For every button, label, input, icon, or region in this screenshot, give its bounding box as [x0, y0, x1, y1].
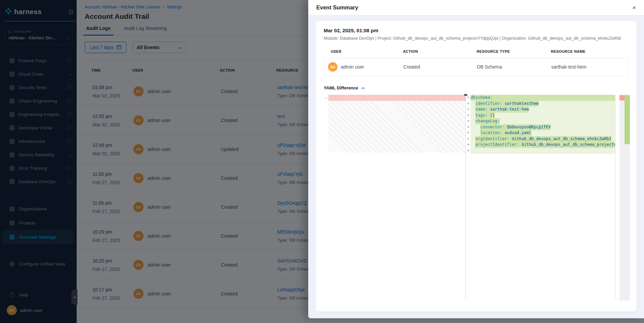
drawer-body: Mar 02, 2025, 01:08 pm Module: Database … — [308, 15, 644, 318]
yaml-difference-label: YAML Difference — [324, 85, 358, 90]
diff-added-line: + changeLog: — [466, 118, 615, 124]
diff-added-line: + projectIdentifier:Github_db_devops_aut… — [466, 142, 615, 148]
drawer-header: Event Summary × — [308, 0, 644, 15]
diff-pane-divider[interactable] — [466, 95, 466, 300]
diff-added-gutter: + — [466, 142, 471, 148]
diff-sash-handle[interactable] — [464, 94, 467, 96]
cell-resource-name: sarthak-test-hem — [551, 64, 628, 70]
diff-added-line: + orgIdentifier:Github_db_devops_aut_db_… — [466, 136, 615, 142]
drawer-title: Event Summary — [316, 4, 358, 11]
diff-added-gutter: + — [466, 148, 471, 154]
summary-table-header: USER ACTION RESOURCE TYPE RESOURCE NAME — [324, 49, 629, 53]
minimap-added-marker — [625, 95, 630, 144]
diff-removed-line — [328, 95, 466, 101]
diff-added-gutter: + — [466, 124, 471, 130]
yaml-diff-viewer: − + dbschema: — [324, 95, 629, 300]
cell-user: AU admin user — [328, 62, 403, 72]
column-user: USER — [331, 49, 403, 53]
column-resource-name: RESOURCE NAME — [551, 49, 629, 53]
cell-action: Created — [403, 64, 477, 70]
event-datetime: Mar 02, 2025, 01:08 pm — [324, 28, 629, 33]
close-icon[interactable]: × — [632, 4, 636, 11]
diff-added-gutter: + — [466, 130, 471, 136]
column-action: ACTION — [403, 49, 477, 53]
diff-added-gutter: + — [466, 107, 471, 113]
event-card: Mar 02, 2025, 01:08 pm Module: Database … — [316, 21, 637, 312]
diff-removed-gutter: − — [324, 95, 328, 300]
column-resource-type: RESOURCE TYPE — [477, 49, 551, 53]
diff-added-line: + name:sarthak-test-hem — [466, 107, 615, 113]
diff-modified-pane: + dbschema: + identifier:sarthaktesthem … — [466, 95, 615, 300]
diff-empty-hatch — [328, 101, 466, 153]
diff-added-line: + — [466, 148, 615, 154]
diff-added-line: + tags:[] — [466, 113, 615, 119]
diff-added-line: + location:asdsad.yaml — [466, 130, 615, 136]
diff-added-gutter: + — [466, 118, 471, 124]
diff-minimap[interactable] — [619, 95, 630, 300]
yaml-difference-toggle[interactable]: YAML Difference — [324, 85, 365, 90]
cell-resource-type: DB Schema — [477, 64, 551, 70]
user-avatar: AU — [328, 62, 337, 72]
summary-table-row: AU admin user Created DB Schema sarthak-… — [324, 58, 629, 76]
event-summary-drawer: Event Summary × Mar 02, 2025, 01:08 pm M… — [308, 0, 644, 318]
diff-added-gutter: + — [466, 101, 471, 107]
diff-minimap-gap — [615, 95, 619, 300]
diff-added-line: + dbschema: — [466, 95, 615, 101]
diff-added-line: + identifier:sarthaktesthem — [466, 101, 615, 107]
diff-original-pane — [328, 95, 466, 300]
event-context: Module: Database DevOps | Project: Githu… — [324, 36, 629, 41]
diff-added-line: + connector:DbDevopsoBKpcpIfEV — [466, 124, 615, 130]
chevron-up-icon — [361, 85, 365, 90]
app-root: harness ACCOUNT Abhinav - Kitchen Sin...… — [0, 0, 644, 323]
minimap-removed-marker — [619, 95, 625, 100]
diff-added-gutter: + — [466, 113, 471, 119]
diff-added-gutter: + — [466, 136, 471, 142]
